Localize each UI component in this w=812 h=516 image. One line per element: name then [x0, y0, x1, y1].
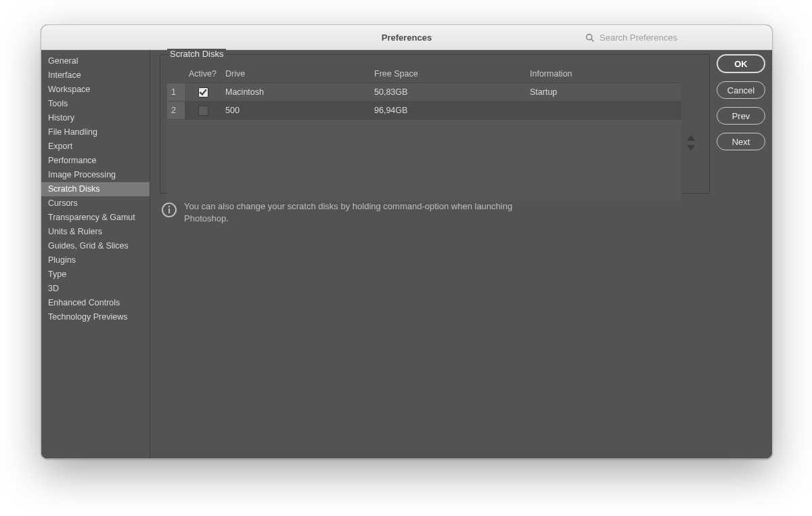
row-index: 1 — [167, 83, 185, 102]
hint-row: You can also change your scratch disks b… — [161, 200, 540, 224]
main-panel: Scratch Disks Active? Drive — [150, 50, 717, 458]
sidebar-item[interactable]: Image Processing — [41, 168, 150, 182]
sidebar-item[interactable]: Type — [41, 267, 150, 282]
cancel-button[interactable]: Cancel — [717, 81, 765, 99]
row-active-cell — [185, 102, 221, 120]
ok-button[interactable]: OK — [717, 54, 765, 73]
sidebar: GeneralInterfaceWorkspaceToolsHistoryFil… — [41, 50, 150, 458]
row-active-cell — [185, 83, 221, 102]
row-information: Startup — [526, 83, 681, 102]
sidebar-item[interactable]: Technology Previews — [41, 310, 150, 324]
reorder-arrows — [687, 135, 695, 151]
sidebar-item[interactable]: Guides, Grid & Slices — [41, 239, 150, 253]
sidebar-item[interactable]: Tools — [41, 97, 150, 111]
search-field-wrap[interactable] — [581, 30, 765, 45]
sidebar-item[interactable]: Units & Rulers — [41, 225, 150, 239]
row-drive: 500 — [221, 102, 370, 120]
sidebar-item[interactable]: Cursors — [41, 196, 150, 211]
sidebar-item[interactable]: File Handling — [41, 125, 150, 139]
button-column: OK Cancel Prev Next — [717, 50, 772, 458]
group-title: Scratch Disks — [167, 49, 226, 59]
info-icon — [161, 202, 177, 218]
row-index: 2 — [167, 102, 185, 120]
sidebar-item[interactable]: Performance — [41, 154, 150, 168]
hint-text: You can also change your scratch disks b… — [184, 200, 540, 224]
sidebar-item[interactable]: Enhanced Controls — [41, 296, 150, 310]
next-button[interactable]: Next — [717, 133, 765, 150]
col-drive: Drive — [221, 67, 370, 83]
window-body: GeneralInterfaceWorkspaceToolsHistoryFil… — [41, 50, 772, 458]
col-active: Active? — [185, 67, 221, 83]
col-index — [167, 67, 185, 83]
search-icon — [585, 33, 594, 42]
row-free-space: 96,94GB — [370, 102, 526, 120]
table-filler — [167, 119, 681, 201]
sidebar-item[interactable]: Workspace — [41, 83, 150, 97]
row-free-space: 50,83GB — [370, 83, 526, 102]
svg-point-4 — [168, 206, 170, 207]
row-drive: Macintosh — [221, 83, 370, 102]
sidebar-item[interactable]: History — [41, 111, 150, 125]
sidebar-item[interactable]: Interface — [41, 68, 150, 83]
active-checkbox[interactable] — [198, 87, 208, 98]
row-information — [526, 102, 681, 120]
disk-table-container: Active? Drive Free Space Information 1Ma… — [167, 67, 681, 201]
move-up-button[interactable] — [687, 135, 695, 141]
sidebar-item[interactable]: 3D — [41, 282, 150, 296]
svg-point-0 — [587, 34, 592, 39]
scratch-disk-table: Active? Drive Free Space Information 1Ma… — [167, 67, 681, 119]
move-down-button[interactable] — [687, 145, 695, 151]
sidebar-item[interactable]: General — [41, 54, 150, 68]
table-row[interactable]: 1Macintosh50,83GBStartup — [167, 83, 681, 102]
col-info: Information — [526, 67, 681, 83]
titlebar: Preferences — [41, 25, 772, 50]
prev-button[interactable]: Prev — [717, 107, 765, 125]
svg-line-1 — [591, 39, 593, 41]
col-free: Free Space — [370, 67, 526, 83]
table-wrap: Active? Drive Free Space Information 1Ma… — [167, 67, 698, 186]
sidebar-item[interactable]: Transparency & Gamut — [41, 211, 150, 225]
sidebar-item[interactable]: Plugins — [41, 253, 150, 267]
active-checkbox[interactable] — [198, 106, 208, 116]
sidebar-item[interactable]: Export — [41, 139, 150, 154]
preferences-window: Preferences GeneralInterfaceWorkspaceToo… — [41, 24, 773, 459]
scratch-disks-group: Scratch Disks Active? Drive — [160, 54, 710, 194]
sidebar-item[interactable]: Scratch Disks — [41, 182, 150, 196]
search-input[interactable] — [598, 32, 761, 43]
table-row[interactable]: 250096,94GB — [167, 102, 681, 120]
